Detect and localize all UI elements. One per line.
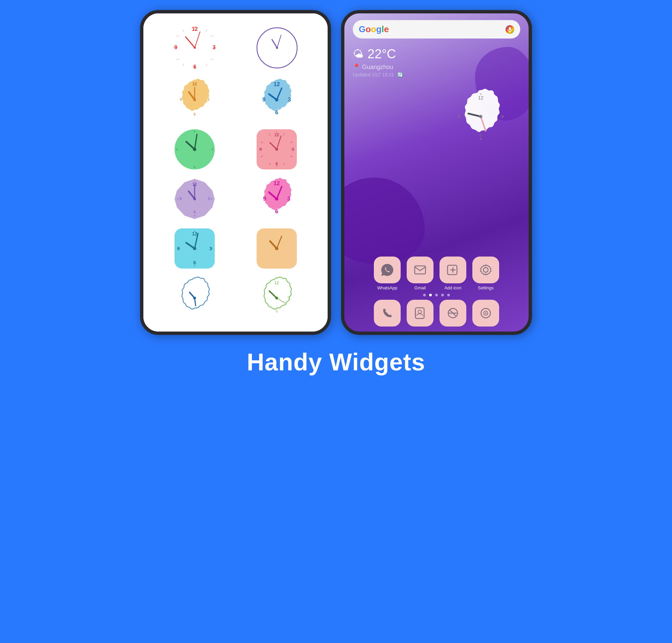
svg-text:12: 12 — [274, 132, 279, 137]
app-settings[interactable]: Settings — [472, 256, 499, 290]
svg-text:6: 6 — [479, 133, 482, 138]
add-icon-label: Add icon — [445, 285, 461, 290]
svg-line-106 — [269, 291, 277, 298]
svg-point-95 — [193, 247, 196, 250]
svg-rect-124 — [415, 266, 425, 274]
svg-text:12: 12 — [274, 281, 279, 285]
clock-row-4: 12 3 6 9 — [153, 177, 317, 221]
gmail-label: Gmail — [415, 285, 426, 290]
svg-text:6: 6 — [193, 112, 195, 116]
svg-point-122 — [479, 115, 482, 118]
svg-point-73 — [177, 198, 179, 199]
app-gmail[interactable]: Gmail — [407, 256, 433, 290]
weather-updated-text: Updated 1/17 16:31 — [353, 72, 394, 77]
svg-line-10 — [211, 36, 213, 37]
svg-point-108 — [275, 297, 278, 300]
svg-line-13 — [211, 59, 213, 60]
svg-line-22 — [277, 35, 281, 48]
svg-point-133 — [418, 310, 421, 314]
svg-line-16 — [183, 64, 184, 66]
app-whatsapp[interactable]: WhatsApp — [374, 256, 401, 290]
svg-point-83 — [275, 197, 278, 201]
svg-line-11 — [183, 29, 184, 32]
phone2-middle: 12 3 6 9 — [353, 84, 520, 256]
clock-peach — [255, 227, 299, 270]
svg-text:9: 9 — [175, 45, 178, 50]
weather-icon: 🌤 — [353, 48, 363, 60]
svg-text:6: 6 — [275, 109, 278, 116]
app-icons-row: WhatsApp Gmail — [353, 256, 520, 290]
svg-point-70 — [194, 182, 195, 183]
clock-plain-red: 12 3 6 9 — [170, 23, 219, 72]
clock-row-6: 12 3 6 — [153, 276, 317, 320]
svg-line-18 — [195, 32, 200, 48]
svg-text:3: 3 — [287, 196, 290, 202]
clock-green-circle — [173, 128, 216, 171]
clock-row-3: 12 3 6 9 — [153, 128, 317, 171]
svg-text:6: 6 — [275, 161, 278, 166]
gmail-icon-bg — [407, 256, 433, 283]
bottom-contacts-icon[interactable] — [407, 300, 433, 327]
mic-icon[interactable] — [505, 25, 514, 34]
svg-point-37 — [275, 98, 278, 101]
svg-point-99 — [275, 247, 278, 250]
page-dots — [353, 294, 520, 296]
settings-label: Settings — [478, 285, 494, 290]
clock-orange-wavy: 12 3 6 9 — [173, 78, 216, 122]
svg-point-72 — [194, 215, 195, 216]
svg-point-40 — [212, 149, 213, 150]
svg-text:3: 3 — [291, 147, 294, 152]
svg-text:3: 3 — [501, 114, 503, 119]
svg-text:3: 3 — [207, 97, 209, 101]
svg-point-102 — [193, 297, 196, 300]
bottom-icons-row — [353, 300, 520, 327]
svg-rect-109 — [509, 27, 511, 30]
whatsapp-label: WhatsApp — [377, 285, 397, 290]
svg-text:3: 3 — [287, 295, 289, 300]
phone-2-content: Google 🌤 22°C — [344, 13, 529, 331]
clock-blue-wavy: 12 3 6 9 — [255, 78, 299, 122]
svg-text:6: 6 — [275, 208, 278, 215]
svg-point-19 — [194, 47, 196, 49]
svg-point-71 — [211, 198, 212, 199]
bottom-camera-icon[interactable] — [472, 300, 499, 327]
app-add[interactable]: Add icon — [440, 256, 466, 290]
svg-text:9: 9 — [262, 96, 265, 103]
svg-text:9: 9 — [263, 196, 266, 202]
svg-point-41 — [194, 167, 195, 168]
google-search-bar[interactable]: Google — [353, 20, 520, 38]
settings-icon-bg — [472, 256, 499, 283]
svg-text:9: 9 — [259, 147, 262, 152]
clock-blue-outline — [173, 276, 216, 320]
bottom-phone-icon[interactable] — [374, 300, 401, 327]
svg-line-12 — [177, 36, 179, 37]
phone-2: Google 🌤 22°C — [341, 10, 532, 335]
clock-plain-purple — [254, 24, 300, 71]
svg-point-65 — [275, 148, 278, 151]
svg-text:3: 3 — [213, 45, 216, 50]
weather-temperature: 22°C — [368, 47, 396, 61]
svg-point-42 — [176, 149, 178, 150]
svg-point-76 — [193, 197, 196, 200]
dot-5 — [447, 294, 450, 296]
dot-3 — [435, 294, 438, 296]
svg-point-112 — [480, 94, 482, 95]
svg-point-114 — [480, 138, 482, 140]
svg-text:12: 12 — [273, 180, 280, 186]
bottom-browser-icon[interactable] — [440, 300, 466, 327]
dot-2 — [429, 294, 432, 296]
weather-city: Guangzhou — [362, 64, 393, 71]
phone2-bottom: WhatsApp Gmail — [353, 256, 520, 327]
svg-point-45 — [193, 148, 196, 151]
svg-point-23 — [276, 47, 278, 49]
svg-point-128 — [483, 268, 488, 272]
svg-point-30 — [193, 98, 196, 101]
svg-line-14 — [206, 64, 207, 66]
clock-teal: 12 3 6 9 — [173, 227, 216, 270]
big-clock-widget: 12 3 6 9 — [452, 87, 510, 146]
add-icon-bg — [440, 256, 466, 283]
refresh-icon[interactable]: 🔄 — [397, 72, 403, 77]
svg-point-140 — [485, 313, 487, 314]
svg-text:6: 6 — [193, 210, 195, 214]
svg-text:6: 6 — [193, 260, 196, 265]
